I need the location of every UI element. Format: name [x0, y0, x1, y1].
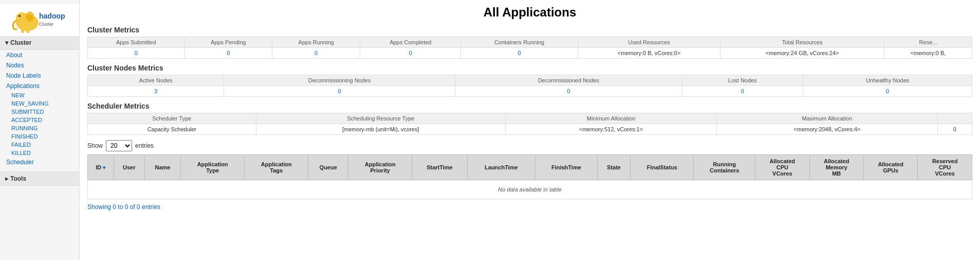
sidebar-item-applications[interactable]: Applications [0, 81, 79, 91]
col-unhealthy-nodes: Unhealthy Nodes [803, 75, 972, 86]
col-maximum-allocation: Maximum Allocation [717, 113, 937, 124]
sidebar-item-node-labels[interactable]: Node Labels [0, 71, 79, 81]
sidebar-cluster-header[interactable]: ▾ Cluster [0, 36, 79, 50]
no-data-text: No data available in table [88, 180, 972, 199]
svg-point-2 [19, 15, 21, 17]
showing-entries-text: Showing 0 to 0 of 0 entries [87, 203, 972, 211]
sidebar-item-running[interactable]: RUNNING [0, 124, 79, 132]
val-decommissioning-nodes[interactable]: 0 [224, 86, 455, 97]
val-apps-pending: 0 [184, 48, 272, 59]
cluster-metrics-table: Apps Submitted Apps Pending Apps Running… [87, 37, 972, 59]
val-used-resources: <memory:0 B, vCores:0> [578, 48, 720, 59]
val-reserved-resources: <memory:0 B, [884, 48, 972, 59]
col-scheduler-extra [937, 113, 972, 124]
page-title: All Applications [87, 5, 972, 20]
val-minimum-allocation: <memory:512, vCores:1> [505, 124, 716, 135]
sidebar-item-scheduler[interactable]: Scheduler [0, 157, 79, 167]
sidebar-item-failed[interactable]: FAILED [0, 141, 79, 149]
col-minimum-allocation: Minimum Allocation [505, 113, 716, 124]
sidebar-item-about[interactable]: About [0, 50, 79, 60]
val-scheduling-resource-type: [memory-mb (unit=Mi), vcores] [256, 124, 505, 135]
col-apps-pending: Apps Pending [184, 37, 272, 48]
col-reserved-cpu-vcores: ReservedCPUVCores [918, 155, 972, 180]
sidebar-item-finished[interactable]: FINISHED [0, 132, 79, 141]
col-used-resources: Used Resources [578, 37, 720, 48]
cluster-nodes-metrics-table: Active Nodes Decommissioning Nodes Decom… [87, 75, 972, 97]
cluster-metrics-header: Cluster Metrics [87, 26, 972, 34]
col-finish-time: FinishTime [535, 155, 597, 180]
col-allocated-gpus: AllocatedGPUs [863, 155, 917, 180]
col-scheduler-type: Scheduler Type [88, 113, 256, 124]
sidebar-cluster-label: Cluster [10, 39, 31, 46]
col-apps-running: Apps Running [272, 37, 360, 48]
val-apps-running: 0 [272, 48, 360, 59]
col-allocated-memory-mb: AllocatedMemoryMB [809, 155, 863, 180]
col-user: User [114, 155, 144, 180]
entries-suffix: entries [135, 142, 154, 149]
val-maximum-allocation: <memory:2048, vCores:4> [717, 124, 937, 135]
val-active-nodes[interactable]: 3 [88, 86, 224, 97]
col-launch-time: LaunchTime [467, 155, 535, 180]
chevron-right-icon: ▸ [5, 175, 8, 182]
val-apps-submitted: 0 [88, 48, 185, 59]
entries-select[interactable]: 10 20 25 50 100 [106, 140, 132, 151]
col-decommissioned-nodes: Decommissioned Nodes [455, 75, 682, 86]
val-lost-nodes[interactable]: 0 [682, 86, 803, 97]
sidebar-tools-header[interactable]: ▸ Tools [0, 171, 79, 186]
hadoop-logo: hadoop Cluster [4, 7, 71, 33]
sidebar-item-new[interactable]: NEW [0, 91, 79, 99]
val-scheduler-type: Capacity Scheduler [88, 124, 256, 135]
col-apps-completed: Apps Completed [360, 37, 461, 48]
sidebar-item-new-saving[interactable]: NEW_SAVING [0, 99, 79, 108]
col-active-nodes: Active Nodes [88, 75, 224, 86]
cluster-nodes-metrics-header: Cluster Nodes Metrics [87, 64, 972, 72]
val-apps-completed: 0 [360, 48, 461, 59]
col-running-containers: RunningContainers [694, 155, 755, 180]
svg-text:hadoop: hadoop [39, 12, 65, 20]
svg-text:Cluster: Cluster [39, 22, 54, 27]
sidebar-item-nodes[interactable]: Nodes [0, 60, 79, 71]
sidebar-item-submitted[interactable]: SUBMITTED [0, 108, 79, 116]
svg-point-3 [26, 11, 34, 22]
sidebar-item-accepted[interactable]: ACCEPTED [0, 116, 79, 124]
sidebar: hadoop Cluster ▾ Cluster About Nodes Nod… [0, 0, 80, 260]
sidebar-tools-label: Tools [10, 175, 26, 182]
scheduler-metrics-header: Scheduler Metrics [87, 102, 972, 110]
col-id[interactable]: ID ▾ [88, 155, 114, 180]
col-application-tags: ApplicationTags [245, 155, 308, 180]
svg-rect-4 [21, 29, 24, 33]
sidebar-item-killed[interactable]: KILLED [0, 149, 79, 157]
col-decommissioning-nodes: Decommissioning Nodes [224, 75, 455, 86]
col-final-status: FinalStatus [631, 155, 694, 180]
col-lost-nodes: Lost Nodes [682, 75, 803, 86]
val-unhealthy-nodes[interactable]: 0 [803, 86, 972, 97]
val-scheduler-extra: 0 [937, 124, 972, 135]
show-entries-control: Show 10 20 25 50 100 entries [87, 140, 972, 151]
applications-table: ID ▾ User Name ApplicationType Applicati… [87, 154, 972, 199]
scheduler-metrics-table: Scheduler Type Scheduling Resource Type … [87, 113, 972, 135]
svg-rect-5 [26, 29, 29, 33]
no-data-row: No data available in table [88, 180, 972, 199]
col-total-resources: Total Resources [720, 37, 884, 48]
col-allocated-cpu-vcores: AllocatedCPUVCores [755, 155, 809, 180]
sort-arrow-id: ▾ [103, 165, 105, 170]
col-application-type: ApplicationType [181, 155, 245, 180]
col-application-priority: ApplicationPriority [348, 155, 412, 180]
col-containers-running: Containers Running [461, 37, 578, 48]
logo-container: hadoop Cluster [0, 4, 79, 36]
val-containers-running: 0 [461, 48, 578, 59]
col-state: State [597, 155, 631, 180]
val-decommissioned-nodes[interactable]: 0 [455, 86, 682, 97]
col-queue: Queue [308, 155, 348, 180]
chevron-down-icon: ▾ [5, 39, 8, 46]
col-start-time: StartTime [412, 155, 467, 180]
show-label: Show [87, 142, 103, 149]
col-reserved-resources: Rese... [884, 37, 972, 48]
col-apps-submitted: Apps Submitted [88, 37, 185, 48]
col-name: Name [144, 155, 180, 180]
val-total-resources: <memory:24 GB, vCores:24> [720, 48, 884, 59]
main-content: All Applications Cluster Metrics Apps Su… [80, 0, 980, 260]
col-scheduling-resource-type: Scheduling Resource Type [256, 113, 505, 124]
